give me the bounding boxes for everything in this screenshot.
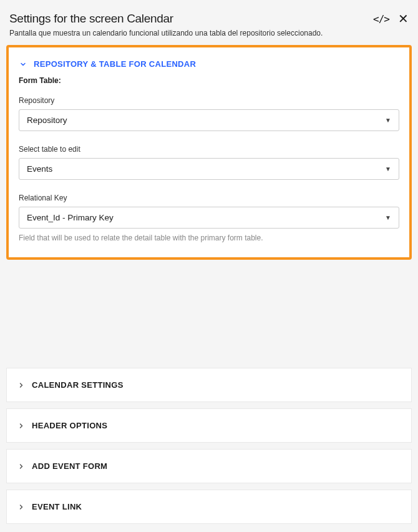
relational-key-select[interactable]: Event_Id - Primary Key ▼ [19,207,399,229]
section-add-event-form[interactable]: ADD EVENT FORM [6,449,412,483]
section-header-options[interactable]: HEADER OPTIONS [6,408,412,443]
chevron-down-icon [19,60,27,69]
chevron-right-icon [17,381,26,390]
section-header-repository-table[interactable]: REPOSITORY & TABLE FOR CALENDAR [9,47,409,76]
code-icon[interactable]: </> [373,13,389,25]
dropdown-arrow-icon: ▼ [385,165,391,172]
relational-key-helper: Field that will be used to relate the de… [19,234,399,242]
repository-label: Repository [19,96,399,105]
section-event-link[interactable]: EVENT LINK [6,490,412,524]
repository-select[interactable]: Repository ▼ [19,109,399,131]
chevron-right-icon [17,462,26,471]
chevron-right-icon [17,421,26,430]
section-title-event-link: EVENT LINK [32,502,82,511]
section-title-repository-table: REPOSITORY & TABLE FOR CALENDAR [34,59,196,69]
relational-key-select-value: Event_Id - Primary Key [27,213,114,222]
section-title-add-event-form: ADD EVENT FORM [32,461,107,471]
relational-key-label: Relational Key [19,194,399,202]
page-title: Settings for the screen Calendar [9,12,173,26]
chevron-right-icon [17,503,26,511]
dropdown-arrow-icon: ▼ [385,214,391,221]
section-calendar-settings[interactable]: CALENDAR SETTINGS [6,368,412,402]
section-repository-table: REPOSITORY & TABLE FOR CALENDAR Form Tab… [6,45,412,260]
table-label: Select table to edit [19,145,399,154]
table-select[interactable]: Events ▼ [19,158,399,180]
close-icon[interactable]: ✕ [398,12,409,25]
repository-select-value: Repository [27,116,67,125]
form-table-label: Form Table: [19,76,399,85]
section-title-calendar-settings: CALENDAR SETTINGS [32,380,124,390]
dropdown-arrow-icon: ▼ [385,117,391,124]
table-select-value: Events [27,164,52,174]
page-subtitle: Pantalla que muestra un calendario funci… [0,29,418,45]
section-title-header-options: HEADER OPTIONS [32,421,107,430]
